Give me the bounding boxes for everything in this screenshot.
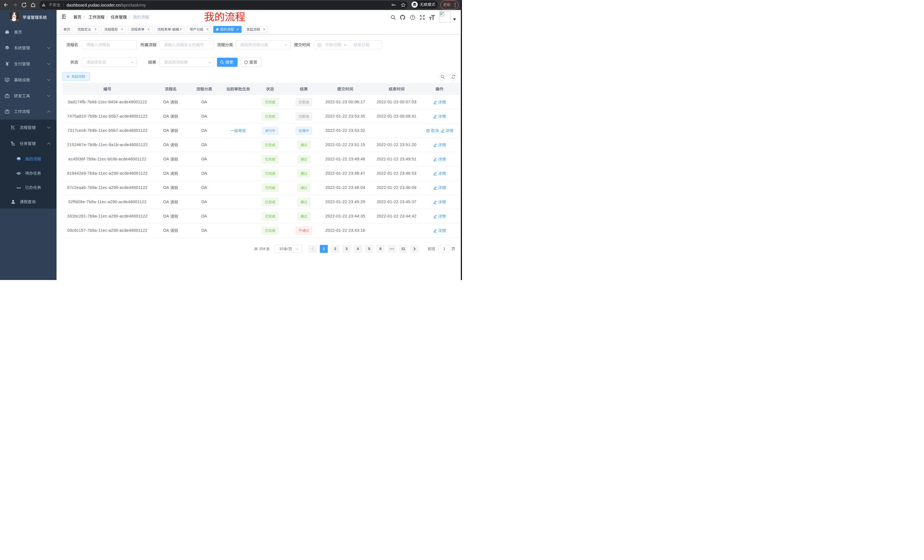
svg-text:?: ? <box>411 15 414 19</box>
